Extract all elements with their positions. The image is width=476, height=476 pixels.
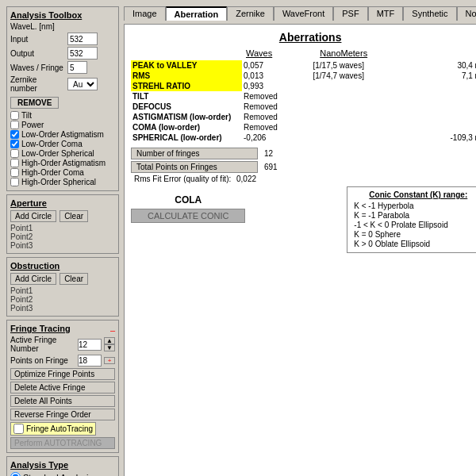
- aperture-add-circle[interactable]: Add Circle: [10, 210, 56, 222]
- row-waves-range: [311, 112, 413, 122]
- low-sph-row: Low-Order Spherical: [10, 149, 104, 158]
- row-waves-range: [311, 81, 413, 91]
- high-coma-row: High-Order Coma: [10, 168, 115, 177]
- row-value: Removed: [242, 112, 311, 122]
- row-nm: [413, 102, 476, 112]
- reverse-fringe-btn[interactable]: Reverse Fringe Order: [10, 409, 115, 420]
- conic-row: K = 0 Sphere: [354, 230, 476, 239]
- standard-radio[interactable]: [10, 472, 21, 476]
- aperture-title: Aperture: [10, 198, 115, 208]
- analysis-toolbox: Analysis Toolbox WaveL. [nm] Input Outpu…: [6, 6, 119, 191]
- output-field[interactable]: [67, 47, 98, 60]
- low-coma-label: Low-Order Coma: [21, 140, 83, 148]
- remove-button[interactable]: REMOVE: [10, 97, 59, 109]
- row-waves-range: [311, 122, 413, 132]
- aberrations-panel: Aberrations Waves NanoMeters PEAK to VAL…: [124, 24, 476, 476]
- row-waves-range: [311, 91, 413, 102]
- cola-section: COLA CALCULATE CONIC: [131, 194, 245, 223]
- optimize-fringe-btn[interactable]: Optimize Fringe Points: [10, 368, 115, 380]
- points-fringe-row: Points on Fringe +: [10, 355, 115, 367]
- high-astig-row: High-Order Astigmatism: [10, 159, 115, 167]
- row-value: 0,993: [242, 81, 311, 91]
- left-panel: Analysis Toolbox WaveL. [nm] Input Outpu…: [6, 6, 119, 476]
- conic-title: Conic Constant (K) range:: [354, 190, 476, 199]
- tab-notes[interactable]: Notes: [457, 6, 476, 21]
- high-astig-label: High-Order Astigmatism: [21, 159, 106, 167]
- aberrations-title: Aberrations: [131, 31, 476, 44]
- row-label: ASTIGMATISM (low-order): [131, 112, 242, 122]
- points-fringe-input[interactable]: [78, 355, 102, 367]
- aperture-clear[interactable]: Clear: [60, 210, 88, 222]
- obstruction-box: Obstruction Add Circle Clear Point1 Poin…: [6, 257, 119, 317]
- table-row: COMA (low-order)Removed: [131, 122, 476, 132]
- row-label: PEAK to VALLEY: [131, 60, 242, 71]
- rms-fit-label: Rms Fit Error (quality of fit):: [134, 175, 231, 183]
- high-coma-checkbox[interactable]: [10, 168, 19, 177]
- active-fringe-down[interactable]: ▼: [104, 344, 115, 351]
- output-label: Output: [10, 49, 66, 58]
- autotracing-checkbox[interactable]: [13, 424, 24, 434]
- tab-psf[interactable]: PSF: [333, 6, 367, 21]
- power-row: Power: [10, 121, 115, 129]
- power-checkbox[interactable]: [10, 121, 19, 129]
- calculate-conic-btn[interactable]: CALCULATE CONIC: [131, 209, 245, 223]
- high-coma-label: High-Order Coma: [21, 168, 84, 177]
- row-waves-range: [1/17,5 waves]: [311, 60, 413, 71]
- tab-zernike[interactable]: Zernike: [227, 6, 274, 21]
- tab-mtf[interactable]: MTF: [368, 6, 404, 21]
- aperture-point2: Point2: [10, 232, 115, 241]
- fringe-minus-icon[interactable]: –: [110, 325, 115, 335]
- low-sph-checkbox[interactable]: [10, 149, 19, 158]
- tab-aberration[interactable]: Aberration: [166, 6, 228, 21]
- tab-wavefront[interactable]: WaveFront: [274, 6, 333, 21]
- obstruction-point2: Point2: [10, 295, 115, 304]
- tab-synthetic[interactable]: Synthetic: [403, 6, 456, 21]
- obstruction-add-circle[interactable]: Add Circle: [10, 273, 56, 285]
- fringe-title: Fringe Tracing: [10, 324, 71, 333]
- row-label: DEFOCUS: [131, 102, 242, 112]
- toolbox-title: Analysis Toolbox: [10, 10, 115, 20]
- high-sph-checkbox[interactable]: [10, 178, 19, 186]
- low-astig-label: Low-Order Astigmatism: [21, 130, 104, 139]
- active-fringe-up[interactable]: ▲: [104, 337, 115, 344]
- low-coma-checkbox[interactable]: [10, 140, 19, 148]
- analysis-type-title: Analysis Type: [10, 460, 115, 470]
- delete-all-btn[interactable]: Delete All Points: [10, 395, 115, 407]
- obstruction-clear[interactable]: Clear: [60, 273, 88, 285]
- num-fringes-label: Number of fringes: [131, 148, 258, 159]
- bottom-row: COLA CALCULATE CONIC Conic Constant (K) …: [131, 183, 476, 253]
- delete-active-btn[interactable]: Delete Active Fringe: [10, 382, 115, 393]
- active-fringe-input[interactable]: [78, 339, 102, 351]
- row-waves-range: [1/74,7 waves]: [311, 71, 413, 81]
- waves-fringe-field[interactable]: [67, 61, 87, 74]
- input-field[interactable]: [67, 33, 98, 45]
- row-value: Removed: [242, 122, 311, 132]
- perform-autotracing-btn[interactable]: Perform AUTOTRACING: [10, 437, 115, 449]
- autotracing-row: Fringe AutoTracing: [10, 422, 115, 436]
- tilt-checkbox[interactable]: [10, 111, 19, 120]
- conic-row: K = -1 Parabola: [354, 211, 476, 220]
- low-astig-row: Low-Order Astigmatism: [10, 130, 104, 139]
- high-astig-checkbox[interactable]: [10, 159, 19, 167]
- row-nm: -109,3 nm.: [413, 132, 476, 143]
- low-sph-label: Low-Order Spherical: [21, 149, 94, 158]
- row-label: RMS: [131, 71, 242, 81]
- row-label: STREHL RATIO: [131, 81, 242, 91]
- zernike-select[interactable]: Auto: [67, 78, 98, 90]
- col-waves-header: Waves: [246, 48, 272, 58]
- rms-fit-value: 0,022: [236, 175, 256, 183]
- wavel-label: WaveL. [nm]: [10, 22, 66, 31]
- table-row: SPHERICAL (low-order)-0,206-109,3 nm.: [131, 132, 476, 143]
- tab-image[interactable]: Image: [124, 6, 166, 21]
- wavel-row: WaveL. [nm]: [10, 22, 115, 31]
- total-points-value: 691: [261, 162, 281, 172]
- active-fringe-label: Active Fringe Number: [10, 336, 75, 353]
- row-value: Removed: [242, 91, 311, 102]
- table-row: RMS0,013[1/74,7 waves]7,1 nm.: [131, 71, 476, 81]
- content-row: Analysis Toolbox WaveL. [nm] Input Outpu…: [6, 6, 470, 476]
- row-value: 0,013: [242, 71, 311, 81]
- low-astig-checkbox[interactable]: [10, 130, 19, 139]
- row-label: TILT: [131, 91, 242, 102]
- points-fringe-up[interactable]: +: [104, 357, 115, 364]
- row-value: -0,206: [242, 132, 311, 143]
